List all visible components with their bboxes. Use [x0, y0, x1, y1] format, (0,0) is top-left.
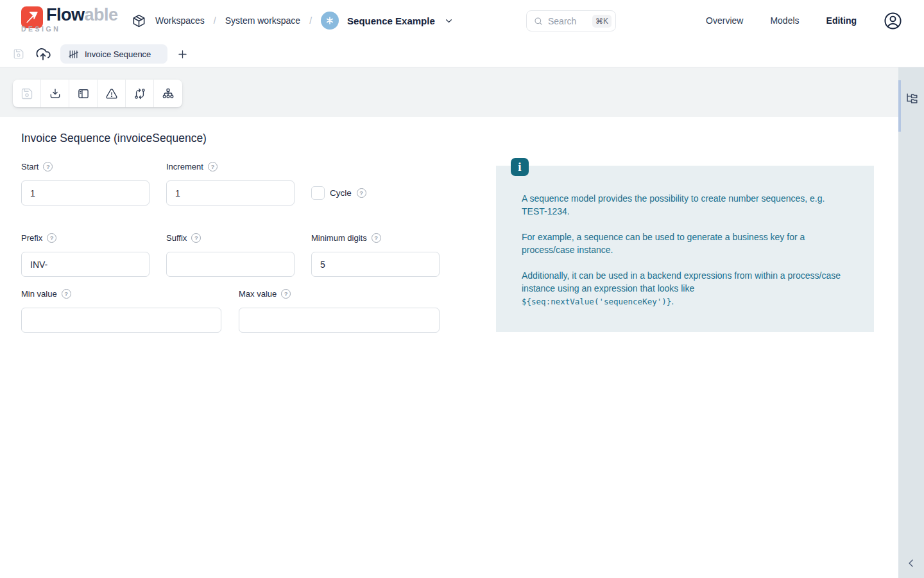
- min-value-label: Min value: [21, 289, 71, 299]
- current-model-name: Sequence Example: [347, 15, 435, 26]
- help-icon[interactable]: [372, 233, 381, 243]
- add-tab-button[interactable]: [176, 48, 189, 60]
- nav-editing[interactable]: Editing: [826, 15, 857, 26]
- help-icon[interactable]: [47, 233, 56, 243]
- model-tree-panel-button[interactable]: [905, 92, 919, 106]
- info-icon: i: [511, 158, 529, 176]
- save-button[interactable]: [13, 80, 41, 107]
- collapse-panel-chevron-left[interactable]: [905, 557, 918, 570]
- increment-label: Increment: [166, 162, 218, 171]
- search-icon: [533, 16, 543, 26]
- search-box[interactable]: ⌘K: [526, 10, 616, 31]
- workspace-cube-icon: [132, 13, 146, 28]
- current-model-selector[interactable]: Sequence Example: [321, 12, 454, 30]
- max-value-input[interactable]: [239, 308, 440, 333]
- top-nav-links: Overview Models Editing: [706, 0, 902, 41]
- cycle-label: Cycle: [330, 188, 366, 198]
- breadcrumb-separator: /: [214, 15, 216, 26]
- sequence-editor-panel: Invoice Sequence (invoiceSequence) Start…: [0, 117, 898, 578]
- help-icon[interactable]: [208, 162, 218, 171]
- info-paragraph: A sequence model provides the possibilit…: [522, 192, 846, 218]
- logo-subtitle: DESIGN: [21, 25, 60, 33]
- deploy-cloud-upload-button[interactable]: [35, 46, 51, 62]
- page-title: Invoice Sequence (invoiceSequence): [21, 132, 207, 145]
- start-label: Start: [21, 162, 53, 171]
- side-panel-layout-button[interactable]: [69, 80, 98, 107]
- info-text: A sequence model provides the possibilit…: [522, 192, 846, 308]
- help-icon[interactable]: [281, 289, 291, 299]
- min-value-input[interactable]: [21, 308, 221, 333]
- suffix-label: Suffix: [166, 233, 201, 243]
- minimum-digits-input[interactable]: [311, 252, 440, 277]
- breadcrumb-workspaces[interactable]: Workspaces: [155, 15, 205, 26]
- prefix-input[interactable]: [21, 252, 150, 277]
- tab-label: Invoice Sequence: [85, 49, 151, 59]
- chevron-down-icon: [443, 15, 454, 26]
- breadcrumb-system-workspace[interactable]: System workspace: [225, 15, 300, 26]
- logo-wordmark: Flowable: [46, 5, 118, 25]
- increment-input[interactable]: [166, 180, 295, 206]
- sequence-tally-icon: [68, 49, 79, 60]
- validation-warning-button[interactable]: [98, 80, 126, 107]
- suffix-input[interactable]: [166, 252, 295, 277]
- breadcrumb-separator: /: [309, 15, 312, 26]
- tab-bar: Invoice Sequence: [0, 41, 924, 67]
- search-shortcut-badge: ⌘K: [592, 15, 612, 28]
- help-icon[interactable]: [191, 233, 201, 243]
- hierarchy-button[interactable]: [154, 80, 182, 107]
- nav-overview[interactable]: Overview: [706, 15, 743, 26]
- breadcrumb: Workspaces / System workspace / Sequence…: [132, 0, 454, 41]
- cycle-checkbox[interactable]: [311, 186, 325, 200]
- save-all-button[interactable]: [13, 48, 24, 60]
- tab-invoice-sequence[interactable]: Invoice Sequence: [60, 44, 167, 64]
- compare-versions-button[interactable]: [126, 80, 154, 107]
- help-icon[interactable]: [43, 162, 53, 171]
- help-icon[interactable]: [62, 289, 71, 299]
- minimum-digits-label: Minimum digits: [311, 233, 381, 243]
- model-toolbar: [13, 80, 182, 107]
- max-value-label: Max value: [239, 289, 291, 299]
- expression-code: ${seq:nextValue('sequenceKey')}: [522, 297, 671, 306]
- prefix-label: Prefix: [21, 233, 56, 243]
- editor-content-area: Invoice Sequence (invoiceSequence) Start…: [0, 67, 924, 578]
- model-avatar: [321, 12, 339, 30]
- start-input[interactable]: [21, 180, 150, 206]
- panel-accent-bar: [898, 80, 901, 132]
- help-icon[interactable]: [357, 188, 366, 198]
- search-input[interactable]: [548, 16, 588, 26]
- right-panel-strip: [898, 67, 924, 578]
- top-navbar: Flowable DESIGN Workspaces / System work…: [0, 0, 924, 41]
- deploy-download-button[interactable]: [41, 80, 69, 107]
- nav-models[interactable]: Models: [770, 15, 799, 26]
- account-avatar-icon[interactable]: [884, 12, 902, 30]
- info-paragraph: For example, a sequence can be used to g…: [522, 231, 846, 256]
- asterisk-icon: [325, 15, 335, 26]
- info-panel: i A sequence model provides the possibil…: [496, 166, 874, 332]
- info-paragraph: Additionally, it can be used in a backen…: [522, 269, 846, 308]
